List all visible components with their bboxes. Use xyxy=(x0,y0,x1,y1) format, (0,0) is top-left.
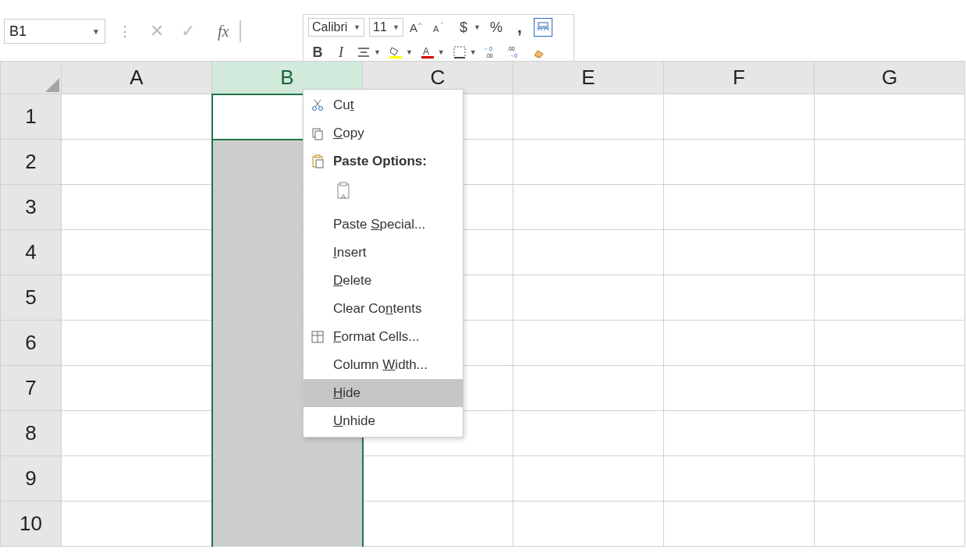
row-header[interactable]: 8 xyxy=(1,411,62,456)
row-header[interactable]: 5 xyxy=(1,275,62,321)
cell[interactable] xyxy=(62,140,212,185)
cell[interactable] xyxy=(815,502,965,547)
chevron-down-icon[interactable]: ▼ xyxy=(350,23,360,31)
cell[interactable] xyxy=(664,456,815,502)
col-header-e[interactable]: E xyxy=(513,62,664,94)
align-button[interactable]: ▼ xyxy=(355,43,382,62)
row-header[interactable]: 4 xyxy=(1,230,62,275)
row-header[interactable]: 3 xyxy=(1,185,62,230)
cell[interactable] xyxy=(815,321,965,366)
cell[interactable] xyxy=(815,366,965,411)
cell[interactable] xyxy=(513,185,664,230)
menu-clear-contents[interactable]: Clear Contents xyxy=(304,295,463,323)
cell-selected[interactable] xyxy=(212,502,363,547)
cell[interactable] xyxy=(513,321,664,366)
row-header[interactable]: 6 xyxy=(1,321,62,366)
cell[interactable] xyxy=(815,456,965,502)
cell[interactable] xyxy=(62,321,212,366)
percent-icon[interactable]: % xyxy=(487,18,506,37)
menu-unhide[interactable]: Unhide xyxy=(304,407,463,435)
font-name-combo[interactable]: Calibri ▼ xyxy=(308,18,364,37)
fx-icon[interactable]: fx xyxy=(211,23,235,41)
accounting-format-button[interactable]: $ ▼ xyxy=(455,18,482,37)
cell[interactable] xyxy=(62,230,212,275)
formula-input[interactable] xyxy=(240,20,241,42)
cell[interactable] xyxy=(815,275,965,321)
row-header[interactable]: 2 xyxy=(1,140,62,185)
col-header-f[interactable]: F xyxy=(664,62,815,94)
italic-icon[interactable]: I xyxy=(332,43,350,62)
cell[interactable] xyxy=(664,94,815,140)
row-header[interactable]: 9 xyxy=(1,456,62,502)
cell[interactable] xyxy=(664,140,815,185)
chevron-down-icon[interactable]: ▼ xyxy=(389,23,400,31)
cell[interactable] xyxy=(62,502,212,547)
menu-hide[interactable]: Hide xyxy=(304,379,463,407)
menu-format-cells[interactable]: Format Cells... xyxy=(304,323,463,351)
cell[interactable] xyxy=(664,502,815,547)
name-box[interactable]: B1 ▼ xyxy=(4,19,105,44)
fill-color-button[interactable]: ▼ xyxy=(387,43,414,62)
font-color-button[interactable]: A ▼ xyxy=(419,43,446,62)
cell[interactable] xyxy=(664,230,815,275)
menu-paste-special[interactable]: Paste Special... xyxy=(304,211,463,239)
format-painter-icon[interactable] xyxy=(534,18,552,37)
chevron-down-icon[interactable]: ▼ xyxy=(92,27,100,36)
decrease-decimal-icon[interactable]: .00→0 xyxy=(506,43,525,62)
cell[interactable] xyxy=(815,411,965,456)
menu-copy[interactable]: Copy xyxy=(304,119,463,147)
cell[interactable] xyxy=(62,275,212,321)
cell[interactable] xyxy=(363,502,513,547)
increase-decimal-icon[interactable]: ←0.00 xyxy=(483,43,502,62)
menu-column-width[interactable]: Column Width... xyxy=(304,351,463,379)
cell[interactable] xyxy=(363,456,513,502)
row-header[interactable]: 10 xyxy=(1,502,62,547)
chevron-down-icon[interactable]: ▼ xyxy=(372,48,382,56)
cell[interactable] xyxy=(513,140,664,185)
cell[interactable] xyxy=(664,366,815,411)
menu-cut[interactable]: Cut xyxy=(304,91,463,119)
cell-selected[interactable] xyxy=(212,456,363,502)
comma-style-icon[interactable]: , xyxy=(510,18,529,37)
increase-font-size-icon[interactable]: A^ xyxy=(408,18,427,37)
vertical-dots-icon[interactable]: ⋮ xyxy=(118,23,132,40)
cell[interactable] xyxy=(513,275,664,321)
cell[interactable] xyxy=(513,94,664,140)
cell[interactable] xyxy=(513,502,664,547)
cell[interactable] xyxy=(815,230,965,275)
chevron-down-icon[interactable]: ▼ xyxy=(404,48,414,56)
cell[interactable] xyxy=(513,456,664,502)
select-all-corner[interactable] xyxy=(1,62,62,94)
paste-option-default[interactable]: A xyxy=(333,180,357,204)
font-color-icon: A xyxy=(419,43,436,62)
cell[interactable] xyxy=(815,94,965,140)
cell[interactable] xyxy=(62,366,212,411)
cell[interactable] xyxy=(62,185,212,230)
cell[interactable] xyxy=(664,185,815,230)
cell[interactable] xyxy=(664,275,815,321)
row-header[interactable]: 7 xyxy=(1,366,62,411)
cell[interactable] xyxy=(815,185,965,230)
menu-delete[interactable]: Delete xyxy=(304,267,463,295)
chevron-down-icon[interactable]: ▼ xyxy=(436,48,446,56)
cell[interactable] xyxy=(513,366,664,411)
clear-formatting-icon[interactable] xyxy=(530,43,549,62)
cell[interactable] xyxy=(513,230,664,275)
cell[interactable] xyxy=(62,456,212,502)
cell[interactable] xyxy=(664,321,815,366)
col-header-a[interactable]: A xyxy=(62,62,212,94)
chevron-down-icon[interactable]: ▼ xyxy=(472,23,482,31)
font-size-combo[interactable]: 11 ▼ xyxy=(369,18,403,37)
bold-icon[interactable]: B xyxy=(308,43,327,62)
cell[interactable] xyxy=(513,411,664,456)
chevron-down-icon[interactable]: ▼ xyxy=(468,48,478,56)
menu-insert[interactable]: Insert xyxy=(304,239,463,267)
cell[interactable] xyxy=(815,140,965,185)
cell[interactable] xyxy=(62,411,212,456)
row-header[interactable]: 1 xyxy=(1,94,62,140)
cell[interactable] xyxy=(62,94,212,140)
decrease-font-size-icon[interactable]: Aˇ xyxy=(432,18,450,37)
borders-button[interactable]: ▼ xyxy=(451,43,478,62)
cell[interactable] xyxy=(664,411,815,456)
col-header-g[interactable]: G xyxy=(815,62,965,94)
